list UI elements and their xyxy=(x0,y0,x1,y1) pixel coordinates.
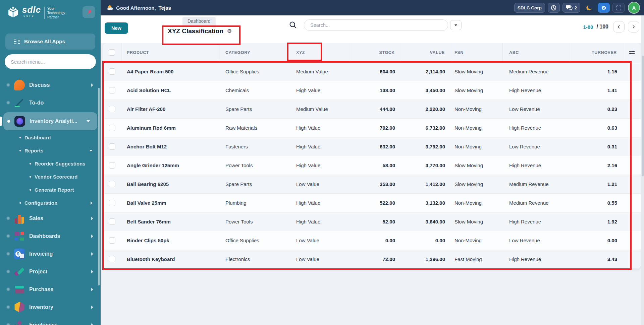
sidebar-app-item[interactable]: Invoicing xyxy=(0,245,101,263)
pager-next-button[interactable] xyxy=(628,21,639,32)
table-row[interactable]: Binder Clips 50pk Office Supplies Low Va… xyxy=(103,231,641,250)
dark-mode-toggle-button[interactable] xyxy=(583,3,595,13)
sidebar-app-item[interactable]: Sales xyxy=(0,209,101,227)
sidebar-subitem[interactable]: Generate Report xyxy=(0,183,101,196)
table-row[interactable]: Aluminum Rod 6mm Raw Materials High Valu… xyxy=(103,119,641,137)
cell-fsn: Non-Moving xyxy=(451,231,502,250)
table-row[interactable]: A4 Paper Ream 500 Office Supplies Medium… xyxy=(103,62,641,81)
user-avatar[interactable]: A xyxy=(629,2,639,13)
new-button[interactable]: New xyxy=(105,22,128,34)
table-row[interactable]: Belt Sander 76mm Power Tools High Value … xyxy=(103,212,641,231)
column-header[interactable]: VALUE xyxy=(401,43,451,62)
sidebar-app-item[interactable]: Discuss xyxy=(0,76,101,94)
column-header[interactable]: PRODUCT xyxy=(121,43,220,62)
page-scrollbar[interactable] xyxy=(641,15,644,325)
cell-category: Raw Materials xyxy=(220,119,287,137)
column-header[interactable]: XYZ xyxy=(287,43,350,62)
column-header[interactable]: FSN xyxy=(451,43,502,62)
cell-xyz: High Value xyxy=(287,194,350,212)
sidebar-app-item[interactable]: Inventory xyxy=(0,298,101,316)
optional-columns-cell xyxy=(623,43,641,62)
row-checkbox[interactable] xyxy=(109,256,115,262)
row-checkbox[interactable] xyxy=(109,125,115,131)
moon-icon xyxy=(586,4,592,11)
cell-abc: Low Revenue xyxy=(502,137,570,156)
sidebar-menu: Discuss To-do Inventory Analyti... xyxy=(0,76,101,325)
bullet-dot-icon xyxy=(30,163,31,165)
cell-fsn: Non-Moving xyxy=(451,119,502,137)
cell-value: 3,450.00 xyxy=(401,81,451,100)
search-input[interactable] xyxy=(304,19,448,31)
chevron-icon xyxy=(91,252,93,256)
breadcrumb-tab-dashboard[interactable]: Dashboard xyxy=(182,17,216,25)
sidebar-subitem[interactable]: Reports xyxy=(0,144,101,157)
column-header[interactable]: TURNOVER xyxy=(570,43,623,62)
company-switcher-button[interactable]: SDLC Corp xyxy=(514,3,545,13)
sidebar-app-item[interactable]: Dashboards xyxy=(0,227,101,245)
column-header[interactable]: ABC xyxy=(502,43,570,62)
search-icon[interactable] xyxy=(288,20,298,30)
sales-icon xyxy=(14,213,25,224)
row-checkbox[interactable] xyxy=(109,162,115,169)
table-row[interactable]: Acid Solution HCL Chemicals High Value 1… xyxy=(103,81,641,100)
row-checkbox[interactable] xyxy=(109,181,115,187)
row-checkbox[interactable] xyxy=(109,68,115,75)
sidebar-item-inventory-analytics[interactable]: Inventory Analyti... xyxy=(3,112,97,130)
sidebar-subitem[interactable]: Dashboard xyxy=(0,131,101,144)
row-checkbox[interactable] xyxy=(109,218,115,225)
row-checkbox[interactable] xyxy=(109,87,115,93)
messages-button[interactable]: 2 xyxy=(562,3,580,13)
table-row[interactable]: Ball Valve 25mm Plumbing High Value 522.… xyxy=(103,194,641,212)
cell-turnover: 0.31 xyxy=(570,137,623,156)
row-end-spacer xyxy=(623,175,641,193)
page-scrollbar-thumb[interactable] xyxy=(642,56,644,176)
browse-all-apps-button[interactable]: Browse All Apps xyxy=(5,34,95,50)
column-sliders-icon[interactable] xyxy=(629,49,635,56)
cell-fsn: Slow Moving xyxy=(451,175,502,193)
fullscreen-button[interactable] xyxy=(612,3,625,13)
pin-sidebar-button[interactable] xyxy=(83,6,95,18)
column-header[interactable]: STOCK xyxy=(350,43,401,62)
sidebar-scrollbar[interactable] xyxy=(98,88,100,285)
pager-previous-button[interactable] xyxy=(613,21,625,32)
row-checkbox[interactable] xyxy=(109,143,115,150)
cell-fsn: Slow Moving xyxy=(451,62,502,81)
cell-xyz: High Value xyxy=(287,156,350,175)
row-checkbox[interactable] xyxy=(109,200,115,206)
cell-product: Air Filter AF-200 xyxy=(121,100,220,118)
table-row[interactable]: Bluetooth Keyboard Electronics Low Value… xyxy=(103,250,641,269)
row-checkbox[interactable] xyxy=(109,237,115,244)
table-row[interactable]: Ball Bearing 6205 Spare Parts Low Value … xyxy=(103,175,641,194)
cell-value: 6,732.00 xyxy=(401,119,451,137)
sidebar-app-item[interactable]: To-do xyxy=(0,94,101,112)
sidebar-app-item[interactable]: Employees xyxy=(0,316,101,325)
cell-abc: High Revenue xyxy=(502,119,570,137)
search-filter-dropdown-button[interactable] xyxy=(450,20,462,30)
sidebar-subitem[interactable]: Reorder Suggestions xyxy=(0,157,101,170)
table-row[interactable]: Anchor Bolt M12 Fasteners High Value 632… xyxy=(103,137,641,156)
cell-stock: 444.00 xyxy=(350,100,401,118)
control-bar: New Dashboard XYZ Classification ⚙ 1-80 … xyxy=(101,15,644,43)
bullet-dot-icon xyxy=(7,120,10,123)
cell-xyz: Medium Value xyxy=(287,62,350,81)
sidebar-search-input[interactable] xyxy=(5,54,96,69)
sidebar-app-item[interactable]: Project xyxy=(0,263,101,280)
cell-abc: Low Revenue xyxy=(502,100,570,118)
cell-turnover: 0.00 xyxy=(570,231,623,250)
cell-category: Plumbing xyxy=(220,194,287,212)
sidebar-subitem[interactable]: Configuration xyxy=(0,196,101,209)
row-end-spacer xyxy=(623,137,641,156)
row-end-spacer xyxy=(623,231,641,250)
row-checkbox[interactable] xyxy=(109,106,115,112)
select-all-checkbox[interactable] xyxy=(109,49,115,56)
column-header[interactable]: CATEGORY xyxy=(220,43,287,62)
cell-product: Bluetooth Keyboard xyxy=(121,250,220,268)
sidebar-subitem[interactable]: Vendor Scorecard xyxy=(0,170,101,183)
view-settings-gear-icon[interactable]: ⚙ xyxy=(227,28,232,34)
table-row[interactable]: Air Filter AF-200 Spare Parts Medium Val… xyxy=(103,100,641,119)
settings-gear-button[interactable]: ⚙ xyxy=(598,3,610,13)
activities-clock-button[interactable] xyxy=(548,3,560,13)
cell-turnover: 1.92 xyxy=(570,212,623,231)
sidebar-app-item[interactable]: Purchase xyxy=(0,280,101,298)
table-row[interactable]: Angle Grinder 125mm Power Tools High Val… xyxy=(103,156,641,175)
